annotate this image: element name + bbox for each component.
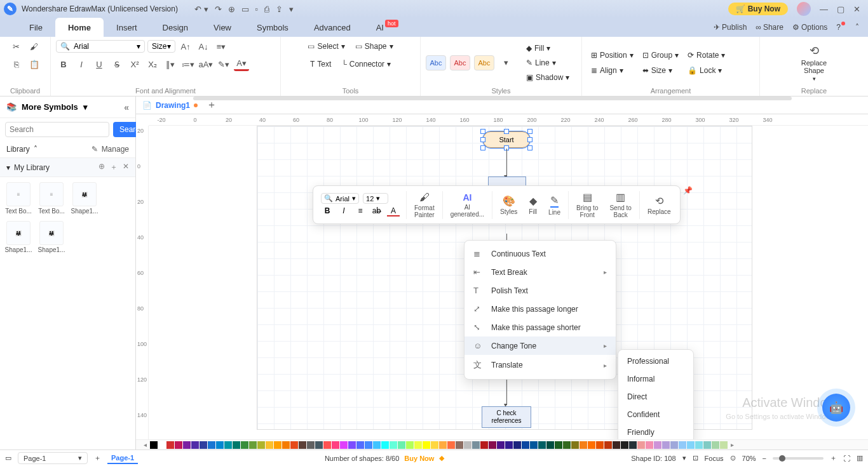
mini-line[interactable]: ✎Line bbox=[543, 193, 566, 217]
style-swatch-3[interactable]: Abc bbox=[474, 55, 494, 70]
color-swatch[interactable] bbox=[183, 441, 191, 449]
color-swatch[interactable] bbox=[348, 441, 356, 449]
color-scroll-right-icon[interactable]: ▸ bbox=[728, 441, 736, 448]
color-swatch[interactable] bbox=[390, 441, 397, 449]
color-swatch[interactable] bbox=[447, 441, 455, 449]
color-swatch[interactable] bbox=[621, 441, 628, 449]
mini-fontsize-select[interactable]: 12 ▾ bbox=[363, 193, 388, 204]
color-scroll-left-icon[interactable]: ◂ bbox=[141, 441, 149, 448]
superscript-icon[interactable]: X² bbox=[127, 57, 142, 71]
menu-insert[interactable]: Insert bbox=[104, 18, 150, 37]
canvas[interactable]: 20020406080100120140 Start ▾ ▾ C heck re… bbox=[136, 126, 868, 439]
search-input[interactable] bbox=[5, 122, 109, 137]
color-swatch[interactable] bbox=[423, 441, 430, 449]
align-button[interactable]: ≣ Align▾ bbox=[587, 63, 637, 77]
color-swatch[interactable] bbox=[414, 441, 422, 449]
color-swatch[interactable] bbox=[538, 441, 546, 449]
align-menu-icon[interactable]: ≡▾ bbox=[214, 39, 229, 53]
color-swatch[interactable] bbox=[224, 441, 232, 449]
color-swatch[interactable] bbox=[365, 441, 372, 449]
collapse-ribbon-icon[interactable]: ˄ bbox=[855, 23, 859, 32]
menu-symbols[interactable]: Symbols bbox=[244, 18, 301, 37]
tone-confident[interactable]: Confident bbox=[618, 406, 693, 423]
format-painter-icon[interactable]: 🖌 bbox=[27, 39, 42, 53]
bold-icon[interactable]: B bbox=[56, 57, 71, 71]
color-swatch[interactable] bbox=[233, 441, 240, 449]
menu-design[interactable]: Design bbox=[150, 18, 201, 37]
size-button[interactable]: ⬌ Size▾ bbox=[639, 63, 682, 77]
manage-button[interactable]: ✎ Manage bbox=[92, 145, 129, 154]
color-swatch[interactable] bbox=[439, 441, 447, 449]
new-icon[interactable]: ⊕ bbox=[228, 4, 235, 14]
paste-icon[interactable]: 📋 bbox=[27, 57, 42, 71]
library-label[interactable]: Library bbox=[6, 145, 30, 154]
cut-icon[interactable]: ✂ bbox=[9, 39, 24, 53]
focus-icon[interactable]: ⊡ bbox=[693, 454, 698, 462]
color-swatch[interactable] bbox=[613, 441, 620, 449]
options-button[interactable]: ⚙ Options bbox=[792, 23, 827, 32]
shrink-font-icon[interactable]: A↓ bbox=[196, 39, 211, 53]
my-library-header[interactable]: ▾ My Library ⊕＋✕ bbox=[0, 157, 135, 177]
ai-chat-button[interactable]: 🤖 bbox=[822, 394, 850, 422]
collapse-panel-icon[interactable]: « bbox=[124, 102, 129, 112]
menu-item-continuous-text[interactable]: ≣Continuous Text bbox=[465, 244, 616, 263]
mini-bring-front[interactable]: ▤Bring to Front bbox=[571, 190, 603, 220]
tone-professional[interactable]: Professional bbox=[618, 352, 693, 370]
color-swatch[interactable] bbox=[208, 441, 215, 449]
close-icon[interactable]: ✕ bbox=[853, 4, 860, 14]
library-item[interactable]: ≡Text Bo... bbox=[38, 182, 65, 215]
library-item[interactable]: 👨‍👩‍👧Shape1... bbox=[38, 221, 65, 253]
color-swatch[interactable] bbox=[398, 441, 405, 449]
mini-replace[interactable]: ⟲Replace bbox=[642, 194, 676, 216]
text-tool[interactable]: T Text bbox=[306, 57, 335, 71]
zoom-in-icon[interactable]: ＋ bbox=[830, 453, 837, 463]
color-swatch[interactable] bbox=[257, 441, 265, 449]
add-lib-icon[interactable]: ＋ bbox=[110, 162, 118, 173]
color-swatch[interactable] bbox=[472, 441, 480, 449]
mini-bold-icon[interactable]: B bbox=[321, 206, 334, 216]
zoom-out-icon[interactable]: − bbox=[763, 455, 766, 462]
focus-label[interactable]: Focus bbox=[705, 455, 724, 462]
color-swatch[interactable] bbox=[216, 441, 224, 449]
mini-send-back[interactable]: ▥Send to Back bbox=[604, 190, 636, 220]
notifications-icon[interactable]: ? bbox=[836, 23, 846, 32]
color-swatch[interactable] bbox=[654, 441, 661, 449]
color-swatch[interactable] bbox=[712, 441, 719, 449]
color-swatch[interactable] bbox=[150, 441, 158, 449]
fullscreen-icon[interactable]: ⛶ bbox=[843, 455, 850, 462]
color-swatch[interactable] bbox=[563, 441, 571, 449]
shape-id-more-icon[interactable]: ▾ bbox=[682, 454, 686, 462]
color-swatch[interactable] bbox=[307, 441, 315, 449]
save-icon[interactable]: ▫ bbox=[255, 4, 259, 14]
tone-friendly[interactable]: Friendly bbox=[618, 423, 693, 439]
color-swatch[interactable] bbox=[588, 441, 595, 449]
color-swatch[interactable] bbox=[555, 441, 562, 449]
library-item[interactable]: 👨‍👩‍👧Shape1... bbox=[71, 182, 98, 215]
color-swatch[interactable] bbox=[431, 441, 438, 449]
mini-font-select[interactable]: 🔍 Arial ▾ bbox=[321, 193, 359, 204]
color-swatch[interactable] bbox=[695, 441, 703, 449]
color-swatch[interactable] bbox=[513, 441, 521, 449]
panel-toggle-icon[interactable]: ▥ bbox=[857, 454, 863, 462]
color-swatch[interactable] bbox=[456, 441, 463, 449]
tone-informal[interactable]: Informal bbox=[618, 370, 693, 388]
case-icon[interactable]: aA▾ bbox=[198, 57, 214, 71]
zoom-slider[interactable] bbox=[773, 457, 824, 460]
shadow-button[interactable]: ▣ Shadow ▾ bbox=[522, 70, 573, 84]
bullets-icon[interactable]: ≔▾ bbox=[180, 57, 196, 71]
user-avatar[interactable] bbox=[797, 2, 811, 16]
selection-handle[interactable] bbox=[480, 145, 485, 150]
mini-ai-generated[interactable]: AIAI generated... bbox=[445, 191, 489, 219]
export-icon[interactable]: ⇪ bbox=[276, 4, 283, 14]
check-references-shape[interactable]: C heck references bbox=[482, 406, 531, 428]
selection-handle[interactable] bbox=[480, 137, 485, 142]
color-swatch[interactable] bbox=[670, 441, 678, 449]
italic-icon[interactable]: I bbox=[74, 57, 89, 71]
color-swatch[interactable] bbox=[646, 441, 653, 449]
selection-handle[interactable] bbox=[480, 129, 485, 134]
page-tab[interactable]: Page-1 bbox=[107, 453, 138, 464]
mini-align-icon[interactable]: ≡ bbox=[354, 206, 367, 216]
color-swatch[interactable] bbox=[241, 441, 248, 449]
color-swatch[interactable] bbox=[290, 441, 298, 449]
add-tab-button[interactable]: ＋ bbox=[207, 98, 217, 112]
